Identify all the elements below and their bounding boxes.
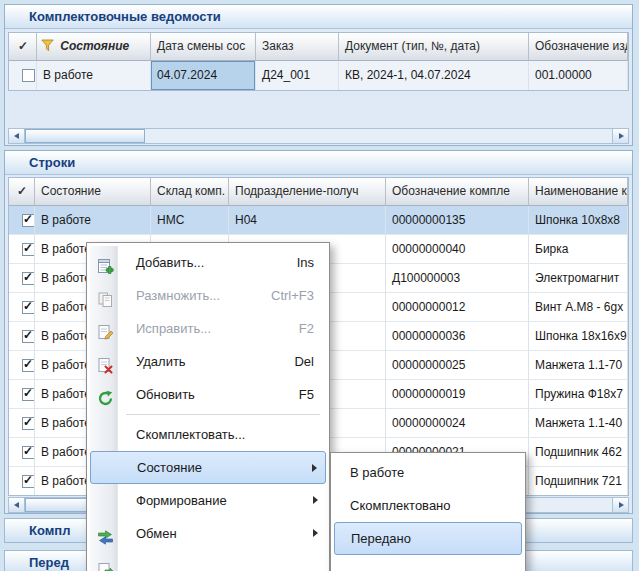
row-checkbox-cell[interactable]: ✓ [9,351,35,380]
column-header-state-label: Состояние [60,39,129,53]
cell-warehouse[interactable]: НМС [151,206,229,235]
menu-item-delete[interactable]: Удалить Del [90,345,326,378]
cell-name[interactable]: Подшипник 721 [529,467,628,496]
menu-item-duplicate: Размножить... Ctrl+F3 [90,279,326,312]
cell-designation[interactable]: 00000000019 [386,380,529,409]
checkbox-checked[interactable]: ✓ [22,446,35,459]
check-icon: ✓ [23,358,33,370]
menu-item-refresh[interactable]: Обновить F5 [90,378,326,411]
row-checkbox-cell[interactable]: ✓ [9,235,35,264]
scroll-right-button[interactable] [612,129,628,143]
checkbox-checked[interactable]: ✓ [22,475,35,488]
checkbox[interactable] [22,69,35,82]
checkbox-checked[interactable]: ✓ [22,388,35,401]
menu-item-shortcut: Del [294,345,314,378]
row-checkbox-cell[interactable]: ✓ [9,409,35,438]
submenu-item-v-rabote[interactable]: В работе [334,456,522,489]
column-header-order[interactable]: Заказ [256,33,339,61]
row-checkbox-cell[interactable]: ✓ [9,264,35,293]
check-icon: ✓ [23,242,33,254]
cell-name[interactable]: Пружина Ф18х7 [529,380,628,409]
menu-item-formirovanie[interactable]: Формирование [90,484,326,517]
cell-name[interactable]: Винт А.М8 - 6gх [529,293,628,322]
menu-item-state[interactable]: Состояние [90,451,326,484]
menu-item-skomplektovat[interactable]: Скомплектовать... [90,418,326,451]
row-checkbox-cell[interactable] [9,61,37,91]
scrollbar-thumb[interactable] [25,129,145,143]
select-all-header[interactable]: ✓ [9,178,35,206]
row-checkbox-cell[interactable]: ✓ [9,438,35,467]
column-header-warehouse[interactable]: Склад комп. [151,178,229,206]
checkbox-checked[interactable]: ✓ [22,301,35,314]
menu-item-partial[interactable] [90,550,326,571]
checkbox-checked[interactable]: ✓ [22,272,35,285]
filter-icon[interactable] [41,35,54,61]
cell-name[interactable]: Подшипник 462 [529,438,628,467]
checkbox-checked[interactable]: ✓ [22,330,35,343]
checkbox-checked[interactable]: ✓ [22,359,35,372]
stroki-header-row: ✓ Состояние Склад комп. Подразделение-по… [9,178,628,206]
cell-state[interactable]: В работе [35,206,151,235]
cell-name[interactable]: Электромагнит [529,264,628,293]
cell-designation[interactable]: 001.00000 [529,61,628,91]
document-arrow-icon [97,558,114,571]
scroll-left-button[interactable] [9,129,25,143]
cell-name[interactable]: Шпонка 18х16х9 [529,322,628,351]
table-row[interactable]: ✓ В работе НМС Н04 00000000135 Шпонка 10… [9,206,628,235]
cell-name[interactable]: Манжета 1.1-40 [529,409,628,438]
column-header-designation[interactable]: Обозначение компле [386,178,529,206]
check-icon: ✓ [23,445,33,457]
menu-item-obmen[interactable]: Обмен [90,517,326,550]
row-checkbox-cell[interactable]: ✓ [9,322,35,351]
scroll-right-button[interactable] [612,498,628,512]
row-checkbox-cell[interactable]: ✓ [9,293,35,322]
cell-designation[interactable]: Д100000003 [386,264,529,293]
submenu-item-label: Скомплектовано [350,498,451,513]
column-header-department[interactable]: Подразделение-получ [229,178,386,206]
select-all-header[interactable]: ✓ [9,33,37,61]
vedomosti-grid: ✓ Состояние Дата смены сос Заказ Докумен… [8,32,629,91]
cell-designation[interactable]: 00000000012 [386,293,529,322]
cell-doc[interactable]: КВ, 2024-1, 04.07.2024 [339,61,529,91]
column-header-doc[interactable]: Документ (тип, №, дата) [339,33,529,61]
cell-name[interactable]: Шпонка 10х8х8 [529,206,628,235]
add-icon [97,254,114,271]
cell-designation[interactable]: 00000000040 [386,235,529,264]
cell-name[interactable]: Манжета 1.1-70 [529,351,628,380]
vedomosti-row[interactable]: В работе 04.07.2024 Д24_001 КВ, 2024-1, … [9,61,628,91]
cell-order[interactable]: Д24_001 [256,61,339,91]
horizontal-scrollbar[interactable] [8,128,629,144]
menu-separator [126,414,320,415]
cell-designation[interactable]: 00000000135 [386,206,529,235]
column-header-state[interactable]: Состояние [37,33,151,61]
column-header-name[interactable]: Наименование к [529,178,628,206]
cell-name[interactable]: Бирка [529,235,628,264]
row-checkbox-cell[interactable]: ✓ [9,467,35,496]
menu-item-shortcut: Ctrl+F3 [271,279,314,312]
menu-item-add[interactable]: Добавить... Ins [90,246,326,279]
submenu-item-skomplektovano[interactable]: Скомплектовано [334,489,522,522]
cell-designation[interactable]: 00000000036 [386,322,529,351]
scroll-left-button[interactable] [9,498,25,512]
column-header-state[interactable]: Состояние [35,178,151,206]
cell-department[interactable]: Н04 [229,206,386,235]
cell-designation[interactable]: 00000000024 [386,409,529,438]
cell-date-focused[interactable]: 04.07.2024 [151,61,256,91]
column-header-date[interactable]: Дата смены сос [151,33,256,61]
column-header-designation[interactable]: Обозначение изд [529,33,628,61]
checkbox-checked[interactable]: ✓ [22,243,35,256]
checkbox-checked[interactable]: ✓ [22,214,35,227]
duplicate-icon [97,287,114,304]
context-menu: Добавить... Ins Размножить... Ctrl+F3 Ис… [86,242,330,571]
submenu-item-peredano[interactable]: Передано [334,522,522,555]
row-checkbox-cell[interactable]: ✓ [9,380,35,409]
menu-item-label: Формирование [136,493,227,508]
panel-title-stroki: Строки [29,155,75,170]
submenu-arrow-icon [313,496,318,504]
cell-state[interactable]: В работе [37,61,151,91]
cell-designation[interactable]: 00000000025 [386,351,529,380]
submenu-item-label: В работе [350,465,404,480]
check-icon: ✓ [23,213,33,225]
checkbox-checked[interactable]: ✓ [22,417,35,430]
row-checkbox-cell[interactable]: ✓ [9,206,35,235]
